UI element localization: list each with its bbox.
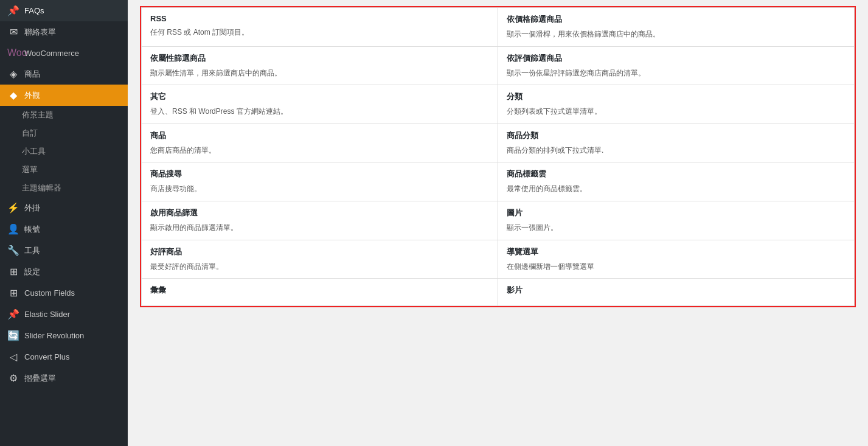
sidebar-item-theme[interactable]: 佈景主題 xyxy=(0,106,128,124)
widget-title: 導覽選單 xyxy=(507,246,845,257)
sidebar-item-account[interactable]: 👤 帳號 xyxy=(0,218,128,240)
widget-title: 依屬性篩選商品 xyxy=(150,53,489,64)
widget-title: 其它 xyxy=(150,91,489,102)
account-icon: 👤 xyxy=(7,223,19,235)
widget-cell[interactable]: 好評商品最受好評的商品清單。 xyxy=(142,240,498,279)
widget-title: RSS xyxy=(150,14,489,23)
sidebar-item-folding-menu[interactable]: ⚙ 摺疊選單 xyxy=(0,368,128,389)
sidebar-item-appearance[interactable]: ◆ 外觀 xyxy=(0,85,128,106)
widget-table: RSS任何 RSS 或 Atom 訂閱項目。依價格篩選商品顯示一個滑桿，用來依價… xyxy=(141,7,855,306)
widget-title: 影片 xyxy=(507,285,845,296)
widget-cell[interactable]: 分類分類列表或下拉式選單清單。 xyxy=(498,85,855,124)
widget-cell[interactable]: RSS任何 RSS 或 Atom 訂閱項目。 xyxy=(142,8,498,47)
sidebar-item-elastic-slider[interactable]: 📌 Elastic Slider xyxy=(0,304,128,325)
widget-title: 啟用商品篩選 xyxy=(150,207,489,218)
woo-icon: Woo xyxy=(7,47,19,58)
widget-title: 商品標籤雲 xyxy=(507,169,845,179)
widget-desc: 顯示一個滑桿，用來依價格篩選商店中的商品。 xyxy=(507,29,845,40)
widget-cell[interactable]: 導覽選單在側邊欄新增一個導覽選單 xyxy=(498,240,855,279)
widget-row: RSS任何 RSS 或 Atom 訂閱項目。依價格篩選商品顯示一個滑桿，用來依價… xyxy=(142,8,855,47)
main-content: RSS任何 RSS 或 Atom 訂閱項目。依價格篩選商品顯示一個滑桿，用來依價… xyxy=(128,0,868,446)
slider-rev-icon: 🔄 xyxy=(7,330,19,341)
widget-title: 彙彙 xyxy=(150,285,489,296)
widget-title: 分類 xyxy=(507,91,845,102)
widget-cell[interactable]: 商品標籤雲最常使用的商品標籤雲。 xyxy=(498,162,855,201)
widget-title: 好評商品 xyxy=(150,246,489,257)
sidebar-item-plugins[interactable]: ⚡ 外掛 xyxy=(0,197,128,218)
custom-fields-icon: ⊞ xyxy=(7,287,19,299)
plugin-icon: ⚡ xyxy=(7,202,19,214)
sidebar-item-faqs[interactable]: 📌 FAQs xyxy=(0,0,128,21)
widget-row: 商品搜尋商店搜尋功能。商品標籤雲最常使用的商品標籤雲。 xyxy=(142,162,855,201)
sidebar-item-theme-editor[interactable]: 主題編輯器 xyxy=(0,179,128,197)
widget-desc: 任何 RSS 或 Atom 訂閱項目。 xyxy=(150,27,489,38)
widget-cell[interactable]: 圖片顯示一張圖片。 xyxy=(498,201,855,240)
widget-desc: 最常使用的商品標籤雲。 xyxy=(507,183,845,195)
widget-row: 其它登入、RSS 和 WordPress 官方網站連結。分類分類列表或下拉式選單… xyxy=(142,85,855,124)
widget-container: RSS任何 RSS 或 Atom 訂閱項目。依價格篩選商品顯示一個滑桿，用來依價… xyxy=(140,6,856,307)
widget-desc: 分類列表或下拉式選單清單。 xyxy=(507,106,845,117)
widget-desc: 顯示一張圖片。 xyxy=(507,222,845,234)
sidebar-item-widgets[interactable]: 小工具 xyxy=(0,142,128,161)
widget-cell[interactable]: 其它登入、RSS 和 WordPress 官方網站連結。 xyxy=(142,85,498,124)
widget-title: 商品分類 xyxy=(507,130,845,141)
sidebar-item-settings[interactable]: ⊞ 設定 xyxy=(0,261,128,282)
widget-title: 商品搜尋 xyxy=(150,169,489,179)
widget-cell[interactable]: 依價格篩選商品顯示一個滑桿，用來依價格篩選商店中的商品。 xyxy=(498,8,855,47)
widget-cell[interactable]: 啟用商品篩選顯示啟用的商品篩選清單。 xyxy=(142,201,498,240)
tools-icon: 🔧 xyxy=(7,245,19,256)
widget-cell[interactable]: 商品搜尋商店搜尋功能。 xyxy=(142,162,498,201)
widget-desc: 您商店商品的清單。 xyxy=(150,145,489,156)
folding-menu-icon: ⚙ xyxy=(7,372,19,384)
sidebar-item-convert-plus[interactable]: ◁ Convert Plus xyxy=(0,346,128,368)
widget-title: 圖片 xyxy=(507,207,845,218)
widget-cell[interactable]: 依評價篩選商品顯示一份依星評評篩選您商店商品的清單。 xyxy=(498,46,855,85)
sidebar-item-contact-form[interactable]: ✉ 聯絡表單 xyxy=(0,21,128,43)
sidebar-item-customizer[interactable]: 自訂 xyxy=(0,124,128,142)
settings-icon: ⊞ xyxy=(7,266,19,277)
widget-title: 商品 xyxy=(150,130,489,141)
appearance-icon: ◆ xyxy=(7,89,19,101)
sidebar-item-products[interactable]: ◈ 商品 xyxy=(0,63,128,85)
widget-row: 好評商品最受好評的商品清單。導覽選單在側邊欄新增一個導覽選單 xyxy=(142,240,855,279)
widget-desc: 最受好評的商品清單。 xyxy=(150,261,489,273)
widget-title: 依評價篩選商品 xyxy=(507,53,845,64)
sidebar-item-custom-fields[interactable]: ⊞ Custom Fields xyxy=(0,282,128,304)
widget-row: 啟用商品篩選顯示啟用的商品篩選清單。圖片顯示一張圖片。 xyxy=(142,201,855,240)
pin-icon: 📌 xyxy=(7,5,19,16)
elastic-slider-icon: 📌 xyxy=(7,308,19,320)
widget-row: 依屬性篩選商品顯示屬性清單，用來篩選商店中的商品。依評價篩選商品顯示一份依星評評… xyxy=(142,46,855,85)
widget-desc: 顯示屬性清單，用來篩選商店中的商品。 xyxy=(150,68,489,79)
widget-desc: 登入、RSS 和 WordPress 官方網站連結。 xyxy=(150,106,489,117)
widget-title: 依價格篩選商品 xyxy=(507,14,845,25)
widget-cell[interactable]: 商品分類商品分類的排列或下拉式清單. xyxy=(498,124,855,162)
sidebar: 📌 FAQs ✉ 聯絡表單 Woo WooCommerce ◈ 商品 ◆ 外觀 … xyxy=(0,0,128,446)
widget-desc: 顯示啟用的商品篩選清單。 xyxy=(150,222,489,234)
mail-icon: ✉ xyxy=(7,26,19,38)
widget-desc: 商品分類的排列或下拉式清單. xyxy=(507,145,845,156)
widget-cell[interactable]: 依屬性篩選商品顯示屬性清單，用來篩選商店中的商品。 xyxy=(142,46,498,85)
sidebar-item-slider-revolution[interactable]: 🔄 Slider Revolution xyxy=(0,325,128,346)
sidebar-item-woocommerce[interactable]: Woo WooCommerce xyxy=(0,43,128,63)
sidebar-item-menus[interactable]: 選單 xyxy=(0,161,128,179)
widget-row: 彙彙影片 xyxy=(142,279,855,306)
widget-desc: 在側邊欄新增一個導覽選單 xyxy=(507,261,845,273)
widget-row: 商品您商店商品的清單。商品分類商品分類的排列或下拉式清單. xyxy=(142,124,855,162)
widget-desc: 商店搜尋功能。 xyxy=(150,183,489,195)
product-icon: ◈ xyxy=(7,68,19,80)
widget-cell[interactable]: 彙彙 xyxy=(142,279,498,306)
widget-cell[interactable]: 商品您商店商品的清單。 xyxy=(142,124,498,162)
sidebar-item-tools[interactable]: 🔧 工具 xyxy=(0,240,128,261)
widget-cell[interactable]: 影片 xyxy=(498,279,855,306)
widget-desc: 顯示一份依星評評篩選您商店商品的清單。 xyxy=(507,68,845,79)
convert-plus-icon: ◁ xyxy=(7,351,19,363)
